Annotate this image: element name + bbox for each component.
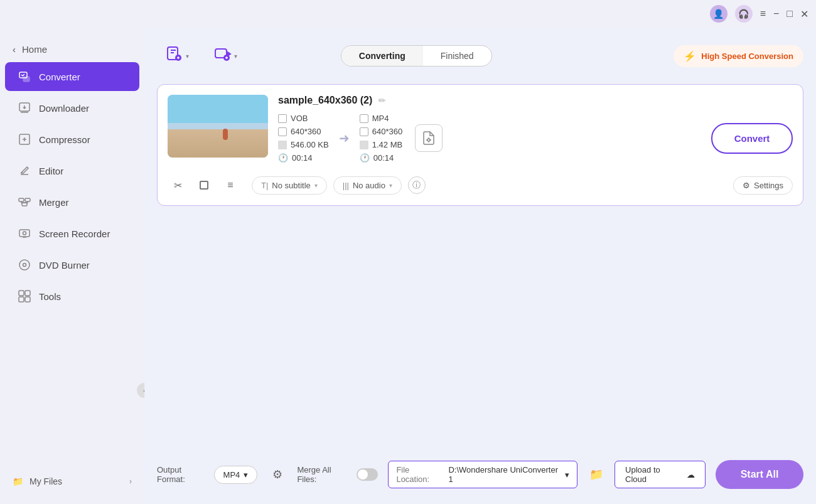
add-file-icon	[166, 45, 183, 67]
sidebar-editor-label: Editor	[39, 166, 63, 176]
output-settings-button[interactable]: ⚙	[267, 464, 287, 485]
minimize-button[interactable]: −	[773, 8, 779, 19]
effects-button[interactable]: ≡	[220, 175, 240, 195]
source-format-row: VOB	[278, 114, 329, 123]
file-location-select[interactable]: D:\Wondershare UniConverter 1 ▾	[448, 465, 569, 484]
sidebar-downloader-label: Downloader	[39, 103, 89, 114]
lightning-icon: ⚡	[684, 50, 696, 62]
sidebar-converter-label: Converter	[39, 72, 80, 82]
close-button[interactable]: ✕	[800, 8, 808, 20]
source-resolution-icon	[278, 127, 287, 136]
add-media-icon	[214, 45, 232, 67]
file-title: sample_640x360 (2)	[278, 95, 372, 106]
svg-rect-7	[19, 230, 30, 237]
toggle-knob	[358, 469, 368, 480]
thumbnail-beach	[168, 95, 268, 158]
add-file-arrow: ▾	[186, 53, 189, 60]
svg-point-10	[23, 264, 26, 267]
home-back-arrow: ‹	[13, 44, 16, 55]
folder-browse-button[interactable]: 📁	[588, 466, 604, 483]
cloud-icon: ☁	[687, 470, 695, 480]
main-content: ▾ ▾ Converting Finished ⚡ High Speed Con…	[144, 28, 816, 504]
thumbnail-figure	[223, 129, 228, 140]
svg-rect-12	[25, 291, 30, 296]
tab-converting[interactable]: Converting	[341, 46, 423, 66]
file-rename-icon[interactable]: ✏	[378, 95, 386, 105]
sidebar-my-files[interactable]: 📁 My Files ›	[0, 469, 144, 494]
subtitle-dropdown-icon: ▾	[314, 182, 318, 189]
add-file-button[interactable]: ▾	[157, 40, 198, 72]
file-card: sample_640x360 (2) ✏ VOB 640*360	[157, 84, 803, 206]
target-size: 1.42 MB	[372, 140, 402, 149]
tools-icon	[18, 289, 31, 303]
sidebar-item-editor[interactable]: Editor	[5, 156, 139, 185]
sidebar-item-converter[interactable]: Converter	[5, 62, 139, 91]
target-resolution-row: 640*360	[360, 127, 402, 136]
convert-arrow-icon: ➜	[339, 131, 350, 146]
my-files-icon: 📁	[13, 476, 23, 486]
target-clock-icon: 🕐	[360, 153, 370, 163]
topbar: ▾ ▾ Converting Finished ⚡ High Speed Con…	[157, 40, 803, 72]
cut-button[interactable]: ✂	[168, 175, 188, 195]
sidebar-item-merger[interactable]: Merger	[5, 188, 139, 217]
maximize-button[interactable]: □	[786, 8, 793, 19]
source-format-block: VOB 640*360 546.00 KB 🕐 00:14	[278, 114, 329, 163]
support-icon[interactable]: 🎧	[735, 5, 753, 23]
file-formats: VOB 640*360 546.00 KB 🕐 00:14	[278, 114, 793, 163]
target-resolution-icon	[360, 127, 368, 136]
source-clock-icon: 🕐	[278, 153, 288, 163]
high-speed-conversion-button[interactable]: ⚡ High Speed Conversion	[674, 45, 803, 67]
convert-button[interactable]: Convert	[711, 123, 793, 154]
bottom-bar: Output Format: MP4 ▾ ⚙ Merge All Files: …	[157, 453, 803, 491]
menu-button[interactable]: ≡	[760, 8, 766, 19]
sidebar-home-label: Home	[22, 44, 47, 55]
output-format-select[interactable]: MP4 ▾	[214, 466, 258, 484]
sidebar-item-dvd-burner[interactable]: DVD Burner	[5, 250, 139, 279]
start-all-button[interactable]: Start All	[716, 460, 803, 489]
tab-group: Converting Finished	[341, 45, 492, 67]
audio-wave-icon: |||	[343, 181, 349, 190]
dvd-burner-icon	[18, 258, 31, 272]
user-avatar-icon[interactable]: 👤	[710, 5, 727, 23]
sidebar-item-compressor[interactable]: Compressor	[5, 125, 139, 154]
upload-cloud-label: Upload to Cloud	[625, 465, 682, 484]
format-dropdown-icon: ▾	[244, 470, 248, 480]
svg-point-9	[19, 260, 30, 270]
sidebar-item-downloader[interactable]: Downloader	[5, 94, 139, 122]
audio-selector[interactable]: ||| No audio ▾	[333, 176, 402, 195]
titlebar: 👤 🎧 ≡ − □ ✕	[0, 0, 816, 28]
sidebar-item-tools[interactable]: Tools	[5, 282, 139, 311]
target-duration: 00:14	[373, 153, 394, 163]
sidebar-compressor-label: Compressor	[39, 134, 90, 145]
target-format: MP4	[372, 114, 389, 123]
target-size-row: 1.42 MB	[360, 140, 402, 149]
file-title-row: sample_640x360 (2) ✏	[278, 95, 793, 106]
file-location-path: D:\Wondershare UniConverter 1	[448, 465, 561, 484]
tab-finished[interactable]: Finished	[423, 46, 491, 66]
target-format-row: MP4	[360, 114, 402, 123]
svg-rect-11	[19, 291, 24, 296]
output-format-label: Output Format:	[157, 465, 209, 484]
merge-group: Merge All Files:	[297, 465, 378, 484]
sidebar-home[interactable]: ‹ Home	[0, 38, 144, 61]
settings-button[interactable]: ⚙ Settings	[733, 176, 793, 195]
upload-cloud-button[interactable]: Upload to Cloud ☁	[615, 461, 706, 488]
source-duration-row: 🕐 00:14	[278, 153, 329, 163]
source-format: VOB	[291, 114, 308, 123]
file-info: sample_640x360 (2) ✏ VOB 640*360	[278, 95, 793, 163]
merge-label: Merge All Files:	[297, 465, 351, 484]
info-button[interactable]: ⓘ	[408, 176, 426, 194]
source-size-row: 546.00 KB	[278, 140, 329, 149]
sidebar-item-screen-recorder[interactable]: Screen Recorder	[5, 219, 139, 248]
file-settings-button[interactable]	[415, 124, 443, 152]
compressor-icon	[18, 132, 31, 146]
file-location-group: File Location: D:\Wondershare UniConvert…	[388, 461, 577, 488]
add-media-button[interactable]: ▾	[205, 40, 246, 72]
settings-label: Settings	[754, 181, 783, 190]
sidebar-merger-label: Merger	[39, 197, 69, 208]
subtitle-label: No subtitle	[272, 181, 310, 190]
subtitle-selector[interactable]: T| No subtitle ▾	[252, 176, 327, 195]
crop-button[interactable]	[194, 175, 214, 195]
merge-toggle[interactable]	[357, 468, 378, 481]
target-resolution: 640*360	[372, 127, 402, 136]
